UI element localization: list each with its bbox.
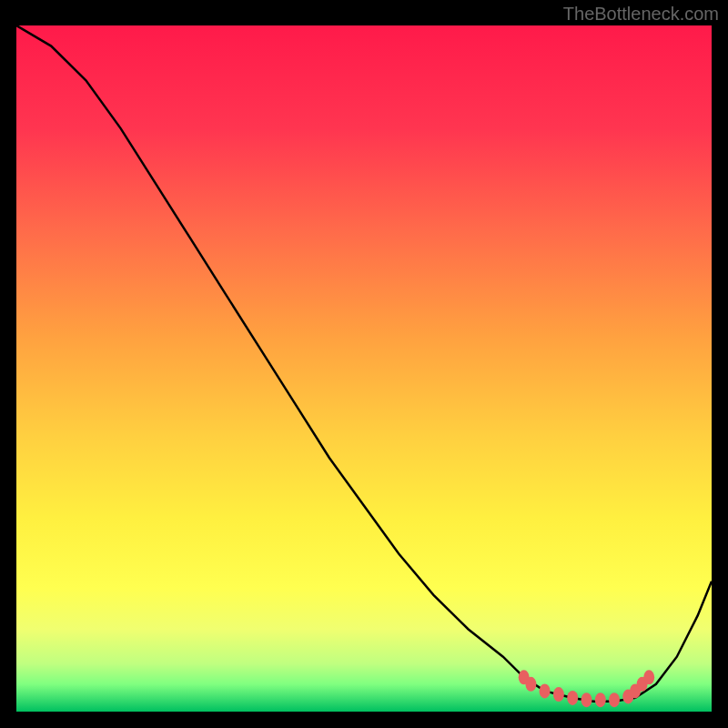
marker-dot (540, 683, 551, 698)
marker-dot (525, 677, 536, 692)
marker-dot (643, 670, 654, 684)
marker-dot (595, 693, 606, 707)
watermark-text: TheBottleneck.com (563, 4, 719, 25)
plot-area (16, 25, 712, 712)
marker-dot (581, 693, 592, 707)
marker-dot (609, 693, 620, 707)
bottleneck-curve (16, 25, 712, 702)
curve-markers (519, 670, 655, 707)
marker-dot (567, 691, 578, 705)
curve-layer (16, 25, 712, 712)
marker-dot (553, 687, 564, 702)
